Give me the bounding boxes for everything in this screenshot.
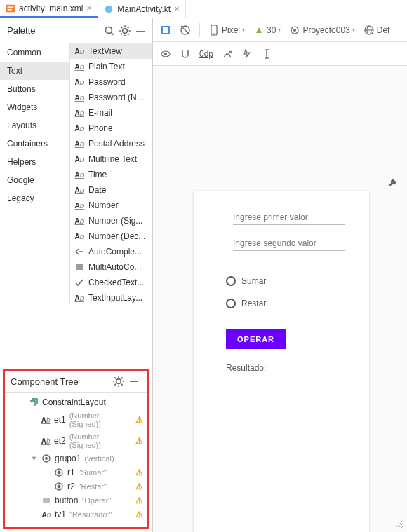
tree-node[interactable]: ▼grupo1 (vertical) xyxy=(5,451,147,465)
device-selector[interactable]: Pixel ▾ xyxy=(206,22,248,39)
widget-icon: Ab xyxy=(74,93,84,102)
design-surface-icon[interactable] xyxy=(157,22,174,39)
guidelines-icon[interactable] xyxy=(258,46,275,62)
node-icon xyxy=(41,453,51,463)
palette-item[interactable]: AbPassword xyxy=(70,74,152,90)
palette-item[interactable]: AbE-mail xyxy=(70,105,152,121)
warning-icon[interactable]: ⚠ xyxy=(135,496,143,505)
palette-cat-helpers[interactable]: Helpers xyxy=(0,153,69,171)
node-name: button xyxy=(55,496,78,505)
palette-item-label: Phone xyxy=(88,123,113,133)
tree-node[interactable]: Abet2 (Number (Signed))⚠ xyxy=(5,430,147,451)
widget-icon xyxy=(74,247,84,257)
tree-node[interactable]: button "Operar"⚠ xyxy=(5,493,147,507)
palette-cat-widgets[interactable]: Widgets xyxy=(0,98,69,116)
tree-node[interactable]: Abtv1 "Resultado:"⚠ xyxy=(5,507,147,521)
palette-item[interactable]: AbNumber (Dec... xyxy=(70,229,152,244)
close-icon[interactable]: ✕ xyxy=(174,5,180,13)
minimize-icon[interactable]: — xyxy=(128,375,140,388)
search-icon[interactable] xyxy=(103,25,116,37)
design-canvas[interactable]: Sumar Restar OPERAR Resultado: xyxy=(153,66,407,532)
close-icon[interactable]: ✕ xyxy=(86,4,92,12)
palette-item[interactable]: AbNumber (Sig... xyxy=(70,213,152,229)
phone-preview: Sumar Restar OPERAR Resultado: xyxy=(194,191,369,532)
palette-item-label: Number xyxy=(88,200,119,210)
radio-label: Restar xyxy=(241,299,266,308)
tab-activity-main[interactable]: activity_main.xml ✕ xyxy=(0,0,98,18)
palette-cat-google[interactable]: Google xyxy=(0,171,69,189)
wrench-icon[interactable] xyxy=(387,178,397,188)
svg-rect-1 xyxy=(8,6,14,8)
locale-selector[interactable]: Def xyxy=(361,22,393,39)
warning-icon[interactable]: ⚠ xyxy=(135,415,143,425)
palette-cat-containers[interactable]: Containers xyxy=(0,135,69,153)
magnet-icon[interactable] xyxy=(177,46,194,62)
api-selector[interactable]: 30 ▾ xyxy=(251,22,283,39)
widget-icon: Ab xyxy=(74,108,84,118)
tree-node[interactable]: r2 "Restar"⚠ xyxy=(5,479,147,493)
warning-icon[interactable]: ⚠ xyxy=(135,436,143,446)
operar-button[interactable]: OPERAR xyxy=(226,329,286,349)
palette-header: Palette — xyxy=(0,18,152,43)
palette-item[interactable]: AbPostal Address xyxy=(70,136,152,151)
clear-constraints-icon[interactable] xyxy=(219,46,236,62)
palette-item[interactable]: AbTime xyxy=(70,167,152,182)
infer-constraints-icon[interactable] xyxy=(239,46,255,62)
palette-cat-buttons[interactable]: Buttons xyxy=(0,80,69,98)
minimize-icon[interactable]: — xyxy=(134,25,147,37)
node-icon: Ab xyxy=(41,415,51,425)
palette-item[interactable]: AbTextInputLay... xyxy=(70,290,152,303)
palette-item[interactable]: MultiAutoCo... xyxy=(70,259,152,275)
palette-cat-legacy[interactable]: Legacy xyxy=(0,189,69,207)
palette-item[interactable]: AbTextView xyxy=(70,43,152,59)
palette-item-label: TextInputLay... xyxy=(88,293,142,303)
node-icon: Ab xyxy=(41,510,51,519)
gear-icon[interactable] xyxy=(112,375,125,388)
gear-icon[interactable] xyxy=(119,25,131,37)
node-icon xyxy=(29,397,39,407)
palette-item[interactable]: AbNumber xyxy=(70,198,152,213)
palette-item[interactable]: AbPlain Text xyxy=(70,59,152,74)
palette-cat-layouts[interactable]: Layouts xyxy=(0,116,69,135)
node-name: ConstraintLayout xyxy=(42,397,106,407)
warning-icon[interactable]: ⚠ xyxy=(135,510,143,519)
et2-preview[interactable] xyxy=(233,236,345,251)
default-margins[interactable]: 0dp xyxy=(196,46,216,62)
et1-preview[interactable] xyxy=(233,210,345,225)
widget-icon: Ab xyxy=(74,185,84,195)
svg-rect-2 xyxy=(8,8,12,10)
eye-icon[interactable] xyxy=(157,46,174,62)
expand-icon[interactable]: ▼ xyxy=(31,455,38,462)
palette-cat-common[interactable]: Common xyxy=(0,43,69,62)
palette-cat-text[interactable]: Text xyxy=(0,62,69,80)
palette-item[interactable]: CheckedText... xyxy=(70,275,152,290)
tab-main-activity[interactable]: MainActivity.kt ✕ xyxy=(98,0,186,18)
warning-icon[interactable]: ⚠ xyxy=(135,468,143,477)
theme-selector[interactable]: Proyecto003 ▾ xyxy=(286,22,357,39)
palette-item-label: Postal Address xyxy=(88,139,145,149)
palette-item[interactable]: AbPassword (N... xyxy=(70,90,152,105)
widget-icon: Ab xyxy=(74,62,84,71)
resize-grip-icon[interactable] xyxy=(394,519,404,529)
palette-item[interactable]: AutoComple... xyxy=(70,244,152,259)
tree-node[interactable]: ConstraintLayout xyxy=(5,395,147,409)
node-hint: "Restar" xyxy=(79,482,107,491)
node-icon xyxy=(41,496,51,505)
svg-point-3 xyxy=(105,5,113,13)
component-tree-panel: Component Tree — ConstraintLayout Abet1 … xyxy=(3,369,149,529)
palette-item[interactable]: AbPhone xyxy=(70,121,152,136)
radio-sumar[interactable]: Sumar xyxy=(226,276,351,286)
widget-icon: Ab xyxy=(74,46,84,56)
warning-icon[interactable]: ⚠ xyxy=(135,482,143,491)
node-hint: (Number (Signed)) xyxy=(69,432,132,449)
palette-item[interactable]: AbMultiline Text xyxy=(70,151,152,167)
radio-restar[interactable]: Restar xyxy=(226,299,351,308)
svg-rect-0 xyxy=(6,4,15,12)
tree-node[interactable]: Abet1 (Number (Signed))⚠ xyxy=(5,409,147,430)
palette-item[interactable]: AbDate xyxy=(70,182,152,198)
node-name: tv1 xyxy=(55,510,66,519)
result-label: Resultado: xyxy=(226,363,351,373)
locale-label: Def xyxy=(377,25,390,35)
tree-node[interactable]: r1 "Sumar"⚠ xyxy=(5,465,147,479)
orientation-icon[interactable] xyxy=(177,22,194,39)
